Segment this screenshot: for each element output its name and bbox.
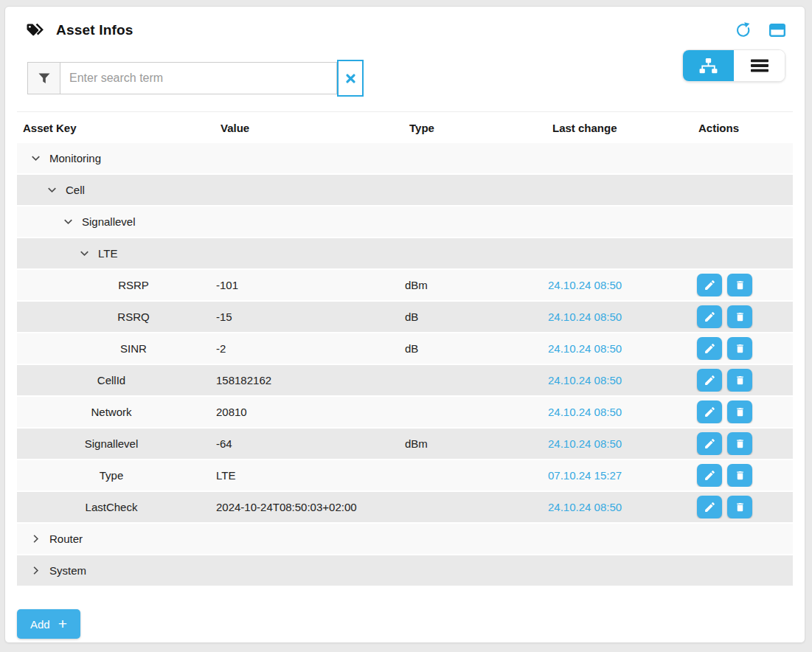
- last-change-cell: 07.10.24 15:27: [546, 469, 693, 482]
- table-row[interactable]: Router: [17, 524, 793, 555]
- chevron-down-icon[interactable]: [60, 214, 76, 230]
- asset-key-label: Type: [56, 469, 167, 482]
- delete-button[interactable]: [727, 432, 752, 455]
- header-icons: [735, 21, 785, 39]
- trash-icon: [735, 374, 746, 386]
- table-row[interactable]: TypeLTE07.10.24 15:27: [17, 460, 793, 492]
- table-row[interactable]: RSRQ-15dB24.10.24 08:50: [17, 302, 793, 333]
- value-cell: 2024-10-24T08:50:03+02:00: [215, 501, 403, 513]
- asset-key-label: RSRP: [78, 279, 189, 291]
- chevron-down-icon[interactable]: [44, 182, 60, 198]
- edit-button[interactable]: [697, 274, 722, 296]
- x-mark-icon: [346, 74, 355, 83]
- edit-button[interactable]: [697, 496, 722, 519]
- value-cell: 158182162: [215, 374, 403, 386]
- actions-cell: [693, 337, 793, 360]
- table-row[interactable]: System: [17, 555, 793, 587]
- pencil-icon: [704, 437, 716, 450]
- table-row[interactable]: SINR-2dB24.10.24 08:50: [17, 333, 793, 365]
- actions-cell: [693, 496, 793, 519]
- chevron-right-icon[interactable]: [27, 563, 44, 579]
- delete-button[interactable]: [727, 337, 752, 360]
- trash-icon: [735, 469, 746, 482]
- actions-cell: [693, 369, 793, 392]
- edit-button[interactable]: [697, 337, 722, 360]
- list-view-button[interactable]: [734, 50, 785, 81]
- asset-key-cell: Cell: [17, 182, 215, 198]
- table-row[interactable]: Monitoring: [17, 143, 793, 175]
- chevron-right-icon[interactable]: [27, 531, 44, 547]
- title-wrap: Asset Infos: [26, 21, 133, 39]
- pencil-icon: [704, 501, 716, 513]
- last-change-cell: 24.10.24 08:50: [546, 406, 693, 418]
- refresh-icon[interactable]: [735, 21, 752, 39]
- edit-button[interactable]: [697, 464, 722, 487]
- asset-key-cell: RSRQ: [17, 311, 215, 323]
- tags-icon: [26, 21, 46, 39]
- table-row[interactable]: Signallevel-64dBm24.10.24 08:50: [17, 429, 793, 460]
- asset-infos-panel: Asset Infos: [4, 6, 805, 643]
- actions-cell: [693, 400, 793, 423]
- asset-key-cell: Signallevel: [17, 437, 215, 450]
- table-header-row: Asset Key Value Type Last change Actions: [17, 111, 793, 143]
- table-row[interactable]: LastCheck2024-10-24T08:50:03+02:0024.10.…: [17, 492, 793, 524]
- asset-key-label: LastCheck: [56, 501, 167, 513]
- last-change-cell: 24.10.24 08:50: [546, 501, 693, 513]
- delete-button[interactable]: [727, 496, 752, 519]
- asset-key-cell: RSRP: [17, 279, 215, 291]
- column-header-actions: Actions: [693, 122, 793, 134]
- asset-key-label: RSRQ: [78, 311, 189, 323]
- asset-key-label: SINR: [78, 342, 189, 355]
- table-row[interactable]: RSRP-101dBm24.10.24 08:50: [17, 270, 793, 302]
- edit-button[interactable]: [697, 432, 722, 455]
- asset-key-label: Monitoring: [49, 152, 101, 164]
- pencil-icon: [704, 342, 716, 355]
- delete-button[interactable]: [727, 369, 752, 392]
- tree-view-button[interactable]: [683, 50, 734, 81]
- delete-button[interactable]: [727, 274, 752, 296]
- value-cell: -2: [215, 342, 403, 355]
- search-input[interactable]: [60, 62, 337, 94]
- toolbar: [5, 42, 805, 97]
- asset-key-cell: Router: [17, 531, 215, 547]
- column-header-type: Type: [403, 122, 546, 134]
- chevron-down-icon[interactable]: [27, 150, 44, 167]
- edit-button[interactable]: [697, 305, 722, 328]
- trash-icon: [735, 342, 746, 355]
- plus-icon: +: [58, 616, 67, 631]
- type-cell: dB: [403, 342, 546, 355]
- asset-key-label: Cell: [66, 184, 85, 196]
- last-change-cell: 24.10.24 08:50: [546, 342, 693, 355]
- last-change-cell: 24.10.24 08:50: [546, 279, 693, 291]
- table-body: MonitoringCellSignallevelLTERSRP-101dBm2…: [17, 143, 793, 587]
- delete-button[interactable]: [727, 305, 752, 328]
- trash-icon: [735, 437, 746, 450]
- table-row[interactable]: CellId15818216224.10.24 08:50: [17, 365, 793, 397]
- add-button[interactable]: Add +: [17, 609, 80, 639]
- table-row[interactable]: Network2081024.10.24 08:50: [17, 397, 793, 429]
- delete-button[interactable]: [727, 464, 752, 487]
- edit-button[interactable]: [697, 400, 722, 423]
- actions-cell: [693, 305, 793, 328]
- table-row[interactable]: Cell: [17, 175, 793, 207]
- window-icon[interactable]: [769, 24, 785, 37]
- panel-header: Asset Infos: [5, 7, 805, 42]
- column-header-last-change: Last change: [546, 122, 693, 134]
- chevron-down-icon[interactable]: [76, 246, 92, 262]
- pencil-icon: [704, 374, 716, 386]
- asset-key-cell: System: [17, 563, 215, 579]
- actions-cell: [693, 432, 793, 455]
- actions-cell: [693, 274, 793, 296]
- search-group: [27, 60, 364, 97]
- table-row[interactable]: Signallevel: [17, 207, 793, 238]
- asset-key-cell: LTE: [17, 246, 215, 262]
- table-row[interactable]: LTE: [17, 238, 793, 270]
- clear-search-button[interactable]: [337, 60, 364, 97]
- sitemap-icon: [698, 58, 718, 74]
- trash-icon: [735, 311, 746, 323]
- type-cell: dBm: [403, 437, 546, 450]
- edit-button[interactable]: [697, 369, 722, 392]
- trash-icon: [735, 501, 746, 513]
- trash-icon: [735, 406, 746, 418]
- delete-button[interactable]: [727, 400, 752, 423]
